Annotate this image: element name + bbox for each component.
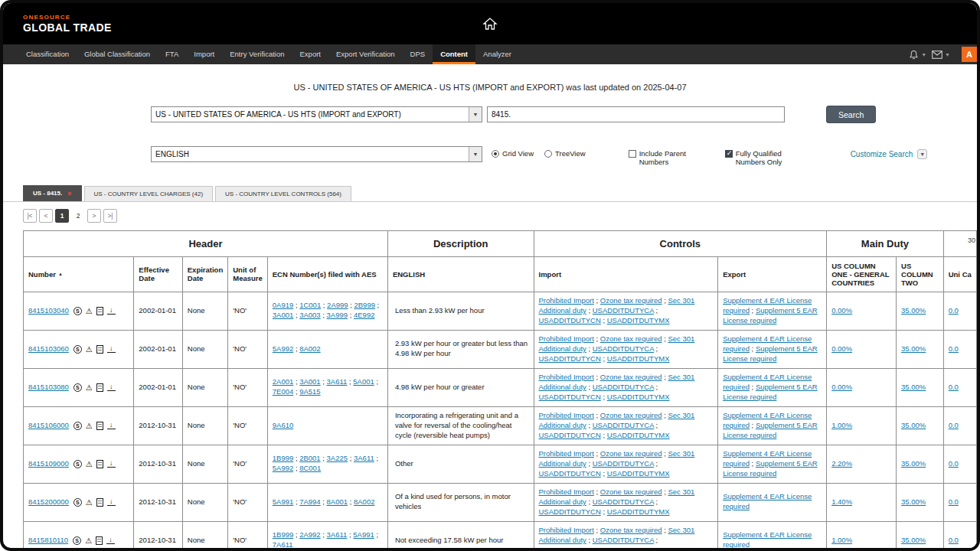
pagination-page-1[interactable]: 1	[55, 209, 69, 223]
dropdown-arrow-icon[interactable]: ▼	[469, 107, 482, 122]
duty-rate-link[interactable]: 0.00%	[831, 383, 852, 391]
search-input[interactable]	[487, 106, 785, 122]
ecn-link[interactable]: 3A001	[273, 311, 293, 319]
import-control-link[interactable]: Ozone tax required	[600, 449, 662, 458]
ecn-link[interactable]: 3A611	[354, 454, 374, 462]
import-control-link[interactable]: USADDITDUTYMX	[607, 354, 670, 363]
alert-triangle-icon[interactable]: ⚠	[86, 460, 93, 468]
duty-rate-link[interactable]: 35.00%	[901, 344, 926, 353]
import-control-link[interactable]: Ozone tax required	[600, 334, 662, 343]
ecn-link[interactable]: 3A003	[299, 311, 320, 319]
duty-rate-link[interactable]: 2.20%	[831, 459, 852, 468]
import-control-link[interactable]: Ozone tax required	[600, 411, 662, 419]
duty-rate-link[interactable]: 1.40%	[831, 497, 852, 506]
duty-rate-link[interactable]: 0.00%	[831, 306, 852, 315]
nav-item-content[interactable]: Content	[433, 44, 475, 64]
pagination-first-icon[interactable]: |<	[23, 209, 37, 223]
ecn-link[interactable]: 3A225	[327, 454, 348, 462]
ecn-link[interactable]: 5A001	[353, 377, 374, 386]
import-control-link[interactable]: USADDITDUTYCN	[539, 431, 601, 439]
duty-rate-link[interactable]: 0.0	[949, 306, 959, 315]
alert-triangle-icon[interactable]: ⚠	[86, 307, 93, 315]
download-icon[interactable]: ↓	[107, 422, 116, 429]
grid-view-radio[interactable]	[492, 150, 499, 158]
hts-number-link[interactable]: 8415200000	[28, 497, 69, 506]
circle-s-icon[interactable]: S	[74, 307, 82, 315]
download-icon[interactable]: ↓	[106, 536, 115, 544]
circle-s-icon[interactable]: S	[74, 460, 82, 468]
pagination-page-2[interactable]: 2	[71, 209, 85, 223]
hts-number-link[interactable]: 8415103040	[28, 306, 69, 315]
import-control-link[interactable]: USADDITDUTYCN	[539, 393, 601, 401]
circle-s-icon[interactable]: S	[74, 383, 82, 392]
import-control-link[interactable]: Ozone tax required	[600, 296, 662, 305]
duty-rate-link[interactable]: 35.00%	[901, 421, 926, 429]
ecn-link[interactable]: 5A991	[273, 497, 293, 506]
import-control-link[interactable]: Ozone tax required	[600, 526, 662, 534]
import-control-link[interactable]: USADDITDUTYCA	[593, 383, 654, 391]
notes-icon[interactable]	[96, 383, 103, 392]
ecn-link[interactable]: 2B001	[299, 454, 320, 462]
notifications-bell-icon[interactable]	[909, 50, 919, 60]
ecn-link[interactable]: 2A999	[327, 301, 348, 309]
messages-envelope-icon[interactable]	[932, 51, 942, 59]
ecn-link[interactable]: 8A002	[299, 344, 320, 353]
notes-icon[interactable]	[96, 422, 103, 430]
duty-rate-link[interactable]: 0.0	[949, 344, 959, 353]
hts-number-link[interactable]: 8415810110	[28, 536, 68, 544]
alert-triangle-icon[interactable]: ⚠	[86, 498, 93, 507]
nav-item-export-verification[interactable]: Export Verification	[328, 44, 403, 64]
download-icon[interactable]: ↓	[107, 345, 116, 353]
ecn-link[interactable]: 7A994	[299, 497, 320, 506]
circle-s-icon[interactable]: S	[74, 422, 82, 430]
notes-icon[interactable]	[96, 307, 103, 315]
import-control-link[interactable]: USADDITDUTYCN	[539, 316, 601, 324]
notes-icon[interactable]	[96, 536, 103, 545]
import-control-link[interactable]: USADDITDUTYMX	[607, 393, 670, 401]
import-control-link[interactable]: USADDITDUTYCN	[539, 469, 601, 478]
nav-item-dps[interactable]: DPS	[403, 44, 433, 64]
duty-rate-link[interactable]: 1.00%	[831, 421, 852, 429]
account-badge[interactable]: A	[962, 47, 977, 62]
circle-s-icon[interactable]: S	[74, 345, 82, 354]
duty-rate-link[interactable]: 35.00%	[901, 497, 926, 506]
import-control-link[interactable]: USADDITDUTYCA	[593, 459, 654, 468]
tree-view-radio[interactable]	[544, 150, 552, 158]
ecn-link[interactable]: 8A002	[354, 497, 374, 506]
import-control-link[interactable]: USADDITDUTYCA	[593, 497, 654, 506]
duty-rate-link[interactable]: 0.0	[949, 421, 959, 429]
alert-triangle-icon[interactable]: ⚠	[86, 383, 93, 392]
download-icon[interactable]: ↓	[107, 498, 116, 506]
tab-us-country-level-controls-564[interactable]: US - COUNTRY LEVEL CONTROLS (564)	[215, 186, 351, 201]
duty-rate-link[interactable]: 35.00%	[901, 306, 926, 315]
pagination-prev-icon[interactable]: <	[39, 209, 53, 223]
nav-item-entry-verification[interactable]: Entry Verification	[222, 44, 292, 64]
tab-close-icon[interactable]: ×	[67, 190, 71, 197]
import-control-link[interactable]: USADDITDUTYMX	[607, 546, 670, 551]
duty-rate-link[interactable]: 0.0	[949, 459, 959, 468]
import-control-link[interactable]: Prohibited Import	[539, 487, 594, 496]
alert-triangle-icon[interactable]: ⚠	[86, 422, 93, 430]
duty-rate-link[interactable]: 35.00%	[901, 536, 926, 544]
ecn-link[interactable]: 8C001	[299, 464, 321, 472]
duty-rate-link[interactable]: 1.00%	[831, 536, 852, 544]
ecn-link[interactable]: 7E004	[273, 387, 293, 396]
pagination-last-icon[interactable]: >|	[103, 209, 117, 223]
import-control-link[interactable]: USADDITDUTYMX	[607, 507, 670, 516]
import-control-link[interactable]: USADDITDUTYMX	[607, 469, 670, 478]
ecn-link[interactable]: 3A611	[327, 377, 348, 386]
duty-rate-link[interactable]: 0.0	[949, 383, 959, 391]
fully-qualified-checkbox[interactable]	[725, 150, 733, 158]
export-control-link[interactable]: Supplement 4 EAR License required	[723, 492, 812, 510]
ecn-link[interactable]: 7A611	[273, 540, 293, 549]
pagination-next-icon[interactable]: >	[87, 209, 101, 223]
hts-number-link[interactable]: 8415106000	[28, 421, 69, 429]
nav-item-global-classification[interactable]: Global Classification	[77, 44, 158, 64]
import-control-link[interactable]: USADDITDUTYCA	[593, 344, 654, 353]
import-control-link[interactable]: Prohibited Import	[539, 411, 594, 419]
import-control-link[interactable]: USADDITDUTYCN	[539, 354, 601, 363]
ecn-link[interactable]: 3A001	[299, 377, 320, 386]
notes-icon[interactable]	[96, 498, 103, 507]
import-control-link[interactable]: USADDITDUTYCA	[593, 421, 654, 429]
nav-item-fta[interactable]: FTA	[158, 44, 186, 64]
